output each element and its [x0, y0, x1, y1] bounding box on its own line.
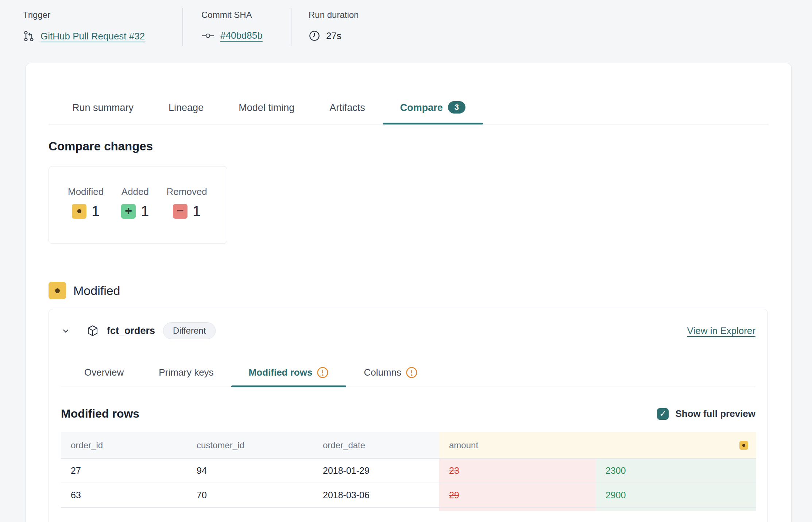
stat-removed-count: 1 — [193, 203, 201, 219]
model-header-row: fct_orders Different View in Explorer — [49, 309, 767, 339]
cell-order-id: 63 — [61, 483, 187, 507]
chevron-down-icon[interactable] — [61, 326, 70, 335]
table-row-partial — [313, 507, 439, 511]
compare-changes-heading: Compare changes — [49, 139, 769, 154]
table-row-partial — [439, 507, 596, 511]
cell-amount-new: 2300 — [596, 458, 756, 483]
stat-removed: Removed − 1 — [167, 186, 207, 219]
stat-added-label: Added — [121, 186, 149, 197]
model-card: fct_orders Different View in Explorer Ov… — [49, 309, 768, 522]
trigger-label: Trigger — [23, 9, 182, 20]
modified-section-label: Modified — [73, 284, 120, 298]
cell-order-date: 2018-01-29 — [313, 458, 439, 483]
run-meta-header: Trigger GitHub Pull Request #32 Commit S… — [0, 0, 812, 53]
tab-compare[interactable]: Compare 3 — [383, 101, 483, 124]
subtab-modified-rows[interactable]: Modified rows — [231, 366, 347, 387]
tab-run-summary[interactable]: Run summary — [55, 101, 151, 124]
cell-order-id: 27 — [61, 458, 187, 483]
commit-link[interactable]: #40bd85b — [220, 30, 263, 41]
model-status-badge: Different — [163, 322, 216, 339]
show-full-preview-toggle[interactable]: ✓ Show full preview — [657, 408, 755, 420]
stat-added-count: 1 — [141, 203, 149, 219]
run-card: Run summary Lineage Model timing Artifac… — [26, 63, 792, 522]
model-subtabs: Overview Primary keys Modified rows Colu… — [61, 366, 755, 387]
cell-amount-new: 2900 — [596, 483, 756, 507]
tab-artifacts[interactable]: Artifacts — [312, 101, 383, 124]
cell-amount-old: 23 — [439, 458, 596, 483]
view-in-explorer-link[interactable]: View in Explorer — [687, 325, 755, 337]
stat-removed-label: Removed — [167, 186, 207, 197]
cell-customer-id: 94 — [187, 458, 313, 483]
subtab-overview[interactable]: Overview — [67, 366, 141, 387]
modified-rows-heading: Modified rows — [61, 407, 139, 421]
modified-rows-table: order_id customer_id order_date amount 2… — [61, 432, 756, 511]
commit-icon — [201, 31, 214, 40]
modified-section-icon — [49, 282, 66, 299]
stat-modified: Modified 1 — [68, 186, 104, 219]
trigger-link[interactable]: GitHub Pull Request #32 — [40, 31, 145, 42]
modified-square-icon — [72, 204, 86, 219]
meta-trigger: Trigger GitHub Pull Request #32 — [0, 9, 182, 53]
meta-commit: Commit SHA #40bd85b — [183, 9, 291, 53]
cell-order-date: 2018-03-06 — [313, 483, 439, 507]
cell-customer-id: 70 — [187, 483, 313, 507]
tab-model-timing[interactable]: Model timing — [221, 101, 312, 124]
model-cube-icon — [86, 325, 99, 337]
duration-value: 27s — [326, 30, 341, 42]
main-tabs: Run summary Lineage Model timing Artifac… — [49, 101, 769, 124]
stat-modified-count: 1 — [92, 203, 100, 219]
subtab-columns[interactable]: Columns — [346, 366, 435, 387]
compare-count-badge: 3 — [448, 101, 465, 114]
subtab-primary-keys[interactable]: Primary keys — [141, 366, 231, 387]
show-full-preview-label: Show full preview — [675, 408, 755, 419]
meta-duration: Run duration 27s — [291, 9, 359, 53]
removed-square-icon: − — [173, 204, 187, 219]
stat-added: Added + 1 — [121, 186, 149, 219]
clock-icon — [309, 30, 320, 42]
page: Trigger GitHub Pull Request #32 Commit S… — [0, 0, 812, 522]
table-row-partial — [61, 507, 187, 511]
warning-icon — [406, 366, 418, 379]
checkbox-checked-icon[interactable]: ✓ — [657, 408, 669, 420]
modified-rows-header: Modified rows ✓ Show full preview — [61, 407, 755, 421]
stat-modified-label: Modified — [68, 186, 104, 197]
table-row-partial — [596, 507, 756, 511]
col-header-order-date: order_date — [313, 432, 439, 458]
duration-label: Run duration — [309, 9, 359, 20]
col-header-customer-id: customer_id — [187, 432, 313, 458]
modified-section-title: Modified — [49, 282, 769, 299]
modified-column-indicator-icon — [739, 441, 748, 450]
model-name: fct_orders — [107, 325, 155, 337]
warning-icon — [317, 366, 329, 379]
cell-amount-old: 29 — [439, 483, 596, 507]
table-row-partial — [187, 507, 313, 511]
added-square-icon: + — [121, 204, 136, 219]
compare-stats-card: Modified 1 Added + 1 Removed − 1 — [49, 166, 227, 244]
pull-request-icon — [23, 30, 35, 42]
col-header-order-id: order_id — [61, 432, 187, 458]
commit-label: Commit SHA — [201, 9, 291, 20]
tab-lineage[interactable]: Lineage — [151, 101, 221, 124]
col-header-amount: amount — [439, 432, 756, 458]
checkmark-icon: ✓ — [660, 409, 666, 419]
